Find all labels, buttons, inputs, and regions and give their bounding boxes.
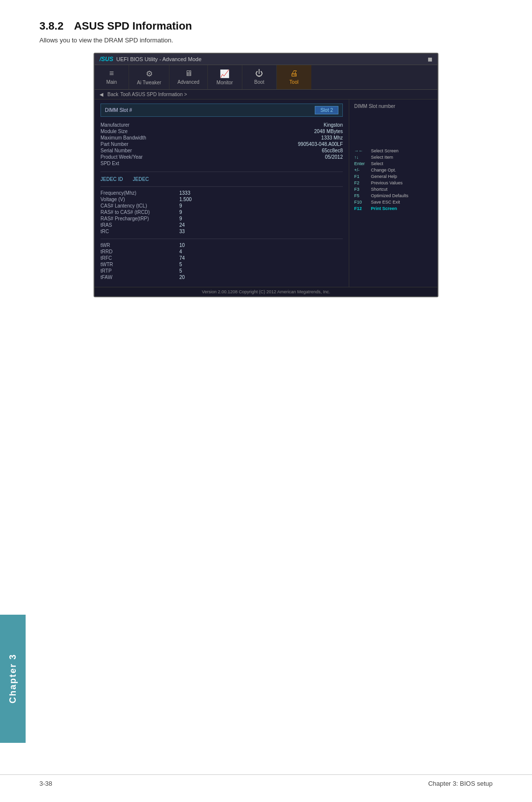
label-twr: tWR: [100, 243, 179, 248]
nav-tool-icon: 🖨: [290, 69, 298, 78]
section-heading: 3.8.2 ASUS SPD Information: [39, 20, 493, 33]
page-footer: 3-38 Chapter 3: BIOS setup: [0, 774, 532, 787]
freq-row-trp: RAS# Precharge(tRP) 9: [100, 215, 343, 222]
jedec-label: JEDEC: [133, 176, 149, 182]
nav-advanced[interactable]: 🖥 Advanced: [169, 65, 207, 89]
shortcut-f2: F2 Previous Values: [354, 180, 432, 185]
label-manufacturer: Manufacturer: [100, 122, 165, 128]
shortcut-f5: F5 Optimized Defaults: [354, 193, 432, 198]
info-row-bandwidth: Maximum Bandwidth 1333 Mhz: [100, 135, 343, 141]
value-trp: 9: [179, 216, 182, 221]
value-tras: 24: [179, 222, 185, 228]
value-trcd: 9: [179, 209, 182, 215]
bios-left-panel: DIMM Slot # Slot 2 Manufacturer Kingston…: [95, 100, 349, 287]
timing-table-1: Frequency(Mhz) 1333 Voltage (V) 1.500 CA…: [100, 190, 343, 235]
value-bandwidth: 1333 Mhz: [321, 135, 343, 140]
nav-advanced-icon: 🖥: [185, 69, 193, 78]
shortcut-desc-enter: Select: [371, 161, 383, 166]
freq-row-trrd: tRRD 4: [100, 248, 343, 255]
nav-boot[interactable]: ⏻ Boot: [242, 65, 277, 89]
nav-monitor[interactable]: 📈 Monitor: [208, 65, 242, 89]
dimm-slot-label: DIMM Slot #: [105, 107, 132, 113]
dimm-slot-value: Slot 2: [315, 106, 338, 114]
shortcut-desc-change: Change Opt.: [371, 168, 396, 173]
section-title: ASUS SPD Information: [74, 20, 192, 32]
value-voltage: 1.500: [179, 197, 192, 202]
label-bandwidth: Maximum Bandwidth: [100, 135, 165, 140]
breadcrumb: ◀ Back Tool\ ASUS SPD Information >: [95, 90, 437, 100]
freq-row-voltage: Voltage (V) 1.500: [100, 196, 343, 203]
value-tfaw: 20: [179, 275, 185, 280]
value-trrd: 4: [179, 249, 182, 254]
timing-table-2: tWR 10 tRRD 4 tRFC 74 tWTR 5: [100, 242, 343, 280]
label-tras: tRAS: [100, 222, 179, 228]
dimm-slot-right-label: DIMM Slot number: [354, 104, 432, 109]
label-trcd: RAS# to CAS# (tRCD): [100, 209, 179, 215]
shortcut-change: +/- Change Opt.: [354, 168, 432, 173]
shortcut-desc-select-item: Select Item: [371, 155, 393, 160]
bios-nav: ≡ Main ⚙ Ai Tweaker 🖥 Advanced 📈 Monitor…: [95, 65, 437, 90]
nav-advanced-label: Advanced: [177, 79, 199, 85]
label-trfc: tRFC: [100, 255, 179, 261]
bios-main-content: DIMM Slot # Slot 2 Manufacturer Kingston…: [95, 100, 437, 287]
asus-logo: /SUS: [100, 56, 113, 63]
value-twr: 10: [179, 243, 185, 248]
bios-titlebar: /SUS UEFI BIOS Utility - Advanced Mode ◼: [95, 54, 437, 65]
chapter-label: Chapter 3: [8, 654, 18, 703]
value-trtp: 5: [179, 268, 182, 274]
freq-row-tcl: CAS# Lantency (tCL) 9: [100, 203, 343, 209]
shortcut-desc-f3: Shortcut: [371, 187, 388, 192]
label-tcl: CAS# Lantency (tCL): [100, 203, 179, 209]
nav-ai-label: Ai Tweaker: [137, 80, 161, 85]
shortcut-desc-f12: Print Screen: [371, 206, 397, 211]
section-number: 3.8.2: [39, 20, 64, 32]
info-row-week-year: Product Week/Year 05/2012: [100, 154, 343, 160]
freq-row-trtp: tRTP 5: [100, 268, 343, 274]
shortcuts-container: →← Select Screen ↑↓ Select Item Enter Se…: [354, 148, 432, 211]
shortcut-key-f1: F1: [354, 174, 369, 179]
shortcut-desc-select-screen: Select Screen: [371, 148, 399, 153]
shortcut-desc-f2: Previous Values: [371, 180, 402, 185]
bios-right-panel: DIMM Slot number →← Select Screen ↑↓ Sel…: [349, 100, 437, 287]
shortcut-key-select-screen: →←: [354, 148, 369, 153]
nav-tool-label: Tool: [290, 79, 299, 85]
freq-row-trcd: RAS# to CAS# (tRCD) 9: [100, 209, 343, 215]
label-voltage: Voltage (V): [100, 197, 179, 202]
label-trrd: tRRD: [100, 249, 179, 254]
nav-main[interactable]: ≡ Main: [95, 65, 129, 89]
breadcrumb-back[interactable]: Back: [107, 92, 118, 97]
shortcut-key-f12: F12: [354, 206, 369, 211]
breadcrumb-path: Tool\ ASUS SPD Information >: [120, 92, 187, 97]
label-serial: Serial Number: [100, 148, 165, 153]
shortcut-desc-f5: Optimized Defaults: [371, 193, 408, 198]
value-twtr: 5: [179, 262, 182, 267]
shortcut-key-change: +/-: [354, 168, 369, 173]
divider-2: [100, 186, 343, 187]
shortcut-f12: F12 Print Screen: [354, 206, 432, 211]
shortcut-select-screen: →← Select Screen: [354, 148, 432, 153]
info-row-module-size: Module Size 2048 MBytes: [100, 128, 343, 135]
info-row-serial: Serial Number 65cc8ec8: [100, 147, 343, 154]
titlebar-icon: ◼: [428, 56, 432, 63]
value-trc: 33: [179, 229, 185, 234]
value-part-number: 9905403-048.A00LF: [298, 141, 343, 147]
freq-row-trc: tRC 33: [100, 228, 343, 235]
shortcut-enter: Enter Select: [354, 161, 432, 166]
nav-ai-tweaker[interactable]: ⚙ Ai Tweaker: [129, 65, 169, 89]
value-serial: 65cc8ec8: [322, 148, 343, 153]
dimm-slot-row[interactable]: DIMM Slot # Slot 2: [100, 104, 343, 117]
shortcut-select-item: ↑↓ Select Item: [354, 155, 432, 160]
shortcut-key-f5: F5: [354, 193, 369, 198]
bios-screenshot: /SUS UEFI BIOS Utility - Advanced Mode ◼…: [94, 53, 438, 297]
jedec-id-label: JEDEC ID: [100, 176, 123, 182]
label-trp: RAS# Precharge(tRP): [100, 216, 179, 221]
nav-boot-label: Boot: [254, 79, 265, 85]
shortcut-f10: F10 Save ESC Exit: [354, 200, 432, 205]
value-trfc: 74: [179, 255, 185, 261]
divider-3: [100, 239, 343, 239]
freq-row-twr: tWR 10: [100, 242, 343, 248]
info-row-spd-ext: SPD Ext: [100, 160, 343, 167]
value-tcl: 9: [179, 203, 182, 209]
shortcut-f1: F1 General Help: [354, 174, 432, 179]
nav-tool[interactable]: 🖨 Tool: [277, 65, 311, 89]
